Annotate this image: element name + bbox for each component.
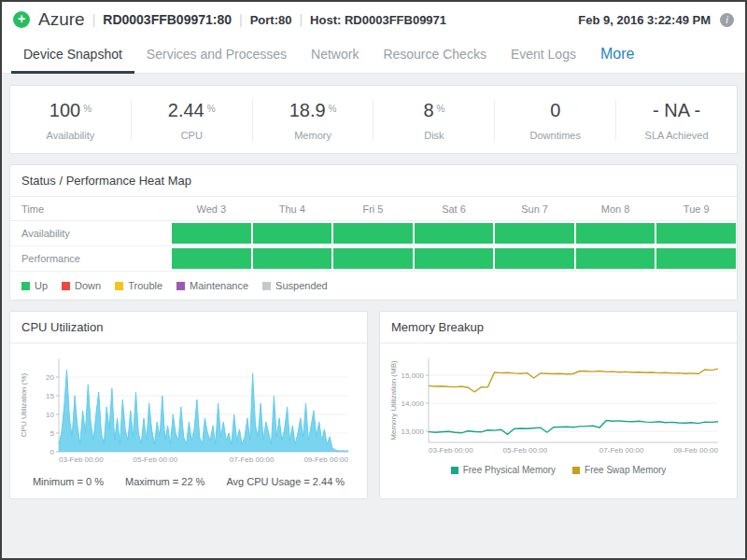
heatmap-status-block	[415, 248, 494, 269]
cpu-chart: 0510152003-Feb 00:0005-Feb 00:0007-Feb 0…	[18, 351, 358, 465]
heatmap-row-label: Performance	[10, 253, 171, 264]
heatmap-time-header: Time	[10, 203, 171, 215]
stat-unit: %	[207, 104, 216, 114]
cpu-minimum: Minimum = 0 %	[33, 476, 104, 487]
svg-text:09-Feb 00:00: 09-Feb 00:00	[673, 446, 718, 455]
heatmap-cell[interactable]	[655, 246, 737, 271]
header: Azure RD0003FFB09971:80 Port:80 Host: RD…	[2, 2, 745, 37]
heatmap-cell[interactable]	[414, 221, 495, 245]
legend-swatch-icon	[572, 467, 580, 474]
tab-network[interactable]: Network	[299, 37, 371, 74]
heatmap-cell[interactable]	[575, 221, 656, 245]
legend-label: Maintenance	[190, 280, 248, 291]
legend-item-up: Up	[21, 280, 48, 291]
separator	[92, 12, 96, 27]
heatmap-day-header: Sat 6	[414, 203, 495, 215]
heatmap-status-block	[576, 223, 655, 244]
svg-text:20: 20	[46, 373, 54, 382]
svg-text:5: 5	[50, 429, 55, 438]
legend-label: Trouble	[128, 280, 162, 291]
heatmap-cell[interactable]	[494, 221, 575, 245]
heatmap-cell[interactable]	[171, 221, 252, 245]
heatmap-cell[interactable]	[252, 221, 333, 245]
stat-value-line: 2.44%	[132, 100, 252, 121]
app-window: Azure RD0003FFB09971:80 Port:80 Host: RD…	[0, 0, 747, 560]
device-id: RD0003FFB09971:80	[103, 12, 232, 27]
charts-row: CPU Utilization 0510152003-Feb 00:0005-F…	[9, 311, 738, 499]
stats-row: 100%Availability2.44%CPU18.9%Memory8%Dis…	[9, 85, 738, 154]
stat-value: 8	[423, 100, 433, 120]
stat-value: - NA -	[653, 100, 700, 120]
stat-label: Disk	[374, 130, 494, 141]
svg-text:09-Feb 00:00: 09-Feb 00:00	[303, 455, 348, 464]
legend-item-suspended: Suspended	[262, 280, 328, 291]
svg-text:13,000: 13,000	[402, 427, 425, 436]
svg-text:07-Feb 00:00: 07-Feb 00:00	[599, 446, 644, 455]
stat-unit: %	[83, 104, 92, 114]
legend-label: Suspended	[275, 280, 328, 291]
stat-value-line: - NA -	[616, 100, 737, 121]
heatmap-status-block	[495, 223, 574, 244]
memory-chart: 13,00014,00015,00003-Feb 00:0005-Feb 00:…	[388, 351, 727, 455]
stat-label: Downtimes	[495, 130, 615, 141]
svg-text:10: 10	[46, 411, 54, 419]
timestamp: Feb 9, 2016 3:22:49 PM	[578, 13, 711, 27]
svg-text:14,000: 14,000	[402, 399, 425, 408]
stat-label: Memory	[253, 130, 374, 141]
heatmap-header-row: Time Wed 3Thu 4Fri 5Sat 6Sun 7Mon 8Tue 9	[10, 197, 737, 221]
legend-swatch-icon	[62, 282, 70, 290]
status-up-icon	[13, 11, 30, 28]
heatmap-day-header: Wed 3	[171, 203, 252, 215]
heatmap-cell[interactable]	[332, 221, 414, 245]
heatmap-cell[interactable]	[252, 246, 333, 271]
cpu-average: Avg CPU Usage = 2.44 %	[226, 476, 345, 487]
svg-text:CPU Utilization (%): CPU Utilization (%)	[20, 372, 28, 437]
svg-text:07-Feb 00:00: 07-Feb 00:00	[230, 455, 275, 464]
legend-swatch-icon	[262, 282, 271, 290]
heatmap-cell[interactable]	[171, 246, 252, 271]
svg-text:0: 0	[50, 448, 55, 456]
heatmap-day-header: Thu 4	[252, 203, 333, 215]
heatmap-day-header: Mon 8	[575, 203, 656, 215]
heatmap-body: AvailabilityPerformance	[10, 221, 737, 272]
heatmap-status-block	[253, 223, 332, 244]
legend-item-free-swap-memory: Free Swap Memory	[572, 465, 666, 475]
heatmap-status-block	[495, 248, 574, 269]
legend-swatch-icon	[451, 467, 458, 474]
stat-value: 100	[49, 100, 80, 120]
stat-value-line: 18.9%	[253, 100, 374, 121]
tab-services-and-processes[interactable]: Services and Processes	[134, 37, 299, 74]
heatmap-cell[interactable]	[655, 221, 737, 245]
stat-value-line: 100%	[10, 100, 131, 121]
heatmap-cell[interactable]	[575, 246, 656, 271]
separator	[299, 12, 303, 27]
heatmap-day-header: Sun 7	[494, 203, 575, 215]
heatmap-status-block	[253, 248, 332, 269]
stat-memory: 18.9%Memory	[252, 100, 374, 141]
heatmap-cell[interactable]	[494, 246, 575, 271]
heatmap-status-block	[172, 223, 251, 244]
stat-downtimes: 0Downtimes	[494, 100, 615, 141]
heatmap-cell[interactable]	[414, 246, 495, 271]
legend-item-down: Down	[62, 280, 101, 291]
svg-text:05-Feb 00:00: 05-Feb 00:00	[503, 446, 548, 455]
svg-text:05-Feb 00:00: 05-Feb 00:00	[134, 455, 178, 464]
memory-chart-body: 13,00014,00015,00003-Feb 00:0005-Feb 00:…	[380, 343, 737, 459]
tab-device-snapshot[interactable]: Device Snapshot	[11, 37, 134, 74]
info-icon[interactable]	[720, 13, 734, 27]
legend-swatch-icon	[176, 282, 185, 290]
tab-more[interactable]: More	[588, 37, 646, 74]
stat-value-line: 0	[495, 100, 615, 121]
heatmap-title: Status / Performance Heat Map	[10, 165, 737, 197]
heatmap-status-block	[656, 223, 736, 244]
cpu-chart-body: 0510152003-Feb 00:0005-Feb 00:0007-Feb 0…	[10, 343, 367, 469]
tab-event-logs[interactable]: Event Logs	[499, 37, 588, 74]
heatmap-legend: UpDownTroubleMaintenanceSuspended	[10, 272, 737, 300]
heatmap-cell[interactable]	[332, 246, 414, 271]
stat-value-line: 8%	[374, 100, 494, 121]
heatmap-row-label: Availability	[10, 228, 171, 239]
stat-disk: 8%Disk	[373, 100, 494, 141]
memory-panel: Memory Breakup 13,00014,00015,00003-Feb …	[379, 311, 738, 499]
tab-resource-checks[interactable]: Resource Checks	[371, 37, 499, 74]
heatmap-day-header: Tue 9	[655, 203, 737, 215]
